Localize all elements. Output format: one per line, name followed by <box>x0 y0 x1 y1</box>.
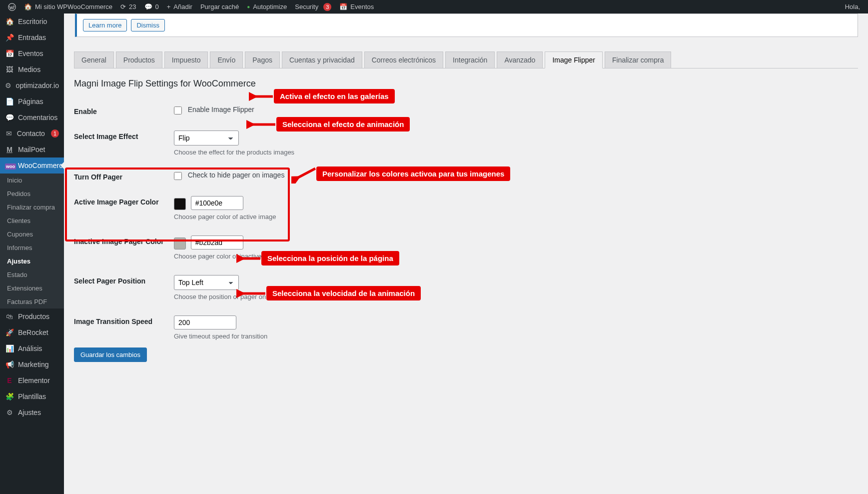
purge-cache-link[interactable]: Purgar caché <box>196 0 243 14</box>
tab-avanzado[interactable]: Avanzado <box>497 52 543 68</box>
inactive-color-label: Inactive Image Pager Color <box>74 236 174 246</box>
sidebar-item-contacto[interactable]: ✉Contacto1 <box>0 126 64 142</box>
security-badge: 3 <box>323 3 331 11</box>
comments-link[interactable]: 💬0 <box>140 0 163 14</box>
submenu-item-cupones[interactable]: Cupones <box>0 228 64 241</box>
inactive-color-input[interactable] <box>191 236 243 250</box>
submenu-item-estado[interactable]: Estado <box>0 268 64 282</box>
wp-logo[interactable] <box>4 0 20 14</box>
calendar-icon: 📅 <box>339 3 347 10</box>
tab-cuentas-y-privacidad[interactable]: Cuentas y privacidad <box>282 52 362 68</box>
row-active-color: Active Image Pager Color Choose pager co… <box>74 188 858 228</box>
enable-checkbox[interactable] <box>174 106 182 114</box>
position-desc: Choose the position of pager on image <box>174 293 858 300</box>
tab-general[interactable]: General <box>74 52 114 68</box>
effect-label: Select Image Effect <box>74 130 174 140</box>
mailpoet-icon: M <box>5 146 14 154</box>
menu-icon: 📌 <box>5 34 14 42</box>
menu-icon: 📊 <box>5 344 14 352</box>
submenu-item-clientes[interactable]: Clientes <box>0 214 64 228</box>
plus-icon: + <box>167 3 171 10</box>
tab-impuesto[interactable]: Impuesto <box>164 52 208 68</box>
menu-icon: ⚙ <box>5 82 12 90</box>
sidebar-item-eventos[interactable]: 📅Eventos <box>0 46 64 62</box>
greeting[interactable]: Hola, <box>841 0 864 14</box>
pager-checkbox[interactable] <box>174 172 182 180</box>
menu-label: Productos <box>18 312 49 320</box>
menu-label: Páginas <box>18 98 43 106</box>
sidebar-item-entradas[interactable]: 📌Entradas <box>0 30 64 46</box>
active-color-swatch[interactable] <box>174 198 186 210</box>
sidebar-item-elementor[interactable]: EElementor <box>0 372 64 382</box>
sidebar-item-woocommerce[interactable]: wooWooCommerce <box>0 158 64 174</box>
sidebar-item-berocket[interactable]: 🚀BeRocket <box>0 324 64 340</box>
woo-icon: woo <box>5 162 14 170</box>
sidebar-item-productos[interactable]: 🛍Productos <box>0 308 64 324</box>
menu-icon: 🖼 <box>5 66 14 74</box>
sidebar-item-optimizador-io[interactable]: ⚙optimizador.io <box>0 78 64 94</box>
updates-link[interactable]: ⟳23 <box>116 0 140 14</box>
menu-label: Eventos <box>18 50 43 58</box>
speed-desc: Give timeout speed for transition <box>174 332 858 340</box>
menu-label: Contacto <box>17 130 45 138</box>
row-pager: Turn Off Pager Check to hide pager on im… <box>74 164 858 188</box>
enable-cb-label: Enable Image Flipper <box>188 106 254 114</box>
submenu-item-ajustes[interactable]: Ajustes <box>0 254 64 268</box>
status-dot-icon: ● <box>247 4 250 10</box>
save-button[interactable]: Guardar los cambios <box>74 348 147 362</box>
row-enable: Enable Enable Image Flipper <box>74 98 858 123</box>
active-color-label: Active Image Pager Color <box>74 196 174 206</box>
menu-icon: 💬 <box>5 114 14 122</box>
sidebar-item-escritorio[interactable]: 🏠Escritorio <box>0 14 64 30</box>
submenu-item-extensiones[interactable]: Extensiones <box>0 282 64 295</box>
autoptimize-link[interactable]: ●Autoptimize <box>243 0 291 14</box>
inactive-color-swatch[interactable] <box>174 238 186 250</box>
active-color-input[interactable] <box>191 196 243 210</box>
sidebar-item-p-ginas[interactable]: 📄Páginas <box>0 94 64 110</box>
tab-correos-electr-nicos[interactable]: Correos electrónicos <box>364 52 443 68</box>
submenu-item-informes[interactable]: Informes <box>0 241 64 254</box>
tab-productos[interactable]: Productos <box>116 52 162 68</box>
menu-label: Análisis <box>18 344 42 352</box>
effect-select[interactable]: Flip <box>174 130 239 146</box>
main-content: Learn more Dismiss GeneralProductosImpue… <box>64 14 868 382</box>
tab-integraci-n[interactable]: Integración <box>445 52 495 68</box>
speed-input[interactable] <box>174 316 236 330</box>
menu-label: Marketing <box>18 360 48 368</box>
tab-pagos[interactable]: Pagos <box>245 52 280 68</box>
menu-label: Comentarios <box>18 114 57 122</box>
sidebar-item-mailpoet[interactable]: MMailPoet <box>0 142 64 158</box>
tab-image-flipper[interactable]: Image Flipper <box>545 52 603 68</box>
sidebar-item-marketing[interactable]: 📢Marketing <box>0 356 64 372</box>
sidebar-item-comentarios[interactable]: 💬Comentarios <box>0 110 64 126</box>
events-link[interactable]: 📅Eventos <box>335 0 378 14</box>
admin-sidebar: 🏠Escritorio📌Entradas📅Eventos🖼Medios⚙opti… <box>0 14 64 382</box>
admin-bar: 🏠Mi sitio WPWooCommerce ⟳23 💬0 +Añadir P… <box>0 0 868 14</box>
sidebar-item-medios[interactable]: 🖼Medios <box>0 62 64 78</box>
menu-icon: ✉ <box>5 130 13 138</box>
add-new-link[interactable]: +Añadir <box>163 0 196 14</box>
submenu-item-finalizar-compra[interactable]: Finalizar compra <box>0 200 64 214</box>
site-link[interactable]: 🏠Mi sitio WPWooCommerce <box>20 0 116 14</box>
position-select[interactable]: Top Left <box>174 275 239 290</box>
submenu-item-pedidos[interactable]: Pedidos <box>0 187 64 200</box>
sidebar-item-an-lisis[interactable]: 📊Análisis <box>0 340 64 356</box>
pager-label: Turn Off Pager <box>74 171 174 181</box>
menu-label: Escritorio <box>18 18 47 26</box>
menu-icon: 🛍 <box>5 312 14 320</box>
submenu-item-inicio[interactable]: Inicio <box>0 174 64 187</box>
submenu-item-facturas-pdf[interactable]: Facturas PDF <box>0 295 64 308</box>
menu-badge: 1 <box>51 130 59 138</box>
refresh-icon: ⟳ <box>120 3 126 10</box>
menu-label: BeRocket <box>18 328 48 336</box>
tab-finalizar-compra[interactable]: Finalizar compra <box>605 52 671 68</box>
menu-icon: E <box>5 376 14 382</box>
learn-more-button[interactable]: Learn more <box>83 19 127 32</box>
tab-env-o[interactable]: Envío <box>210 52 243 68</box>
dismiss-button[interactable]: Dismiss <box>131 19 165 32</box>
effect-desc: Choose the effect for the products image… <box>174 148 858 156</box>
active-color-desc: Choose pager color of active image <box>174 213 858 220</box>
row-effect: Select Image Effect Flip Choose the effe… <box>74 123 858 164</box>
security-link[interactable]: Security3 <box>291 0 335 14</box>
menu-icon: 📢 <box>5 360 14 368</box>
